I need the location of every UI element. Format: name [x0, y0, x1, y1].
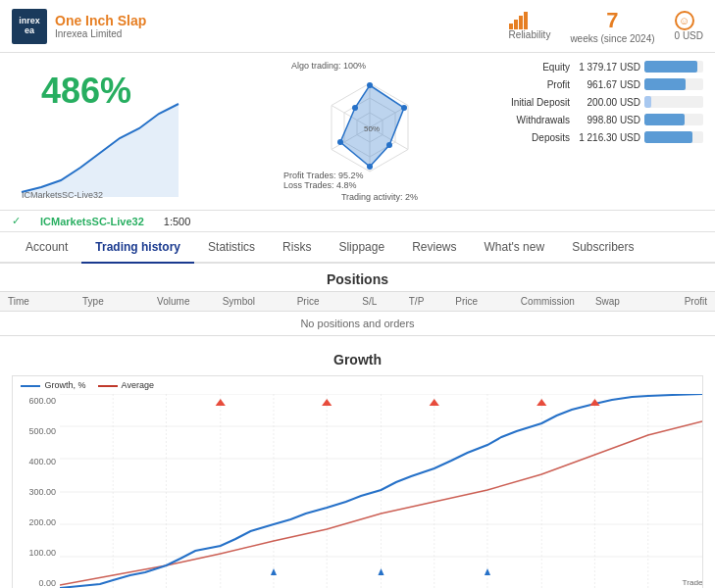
growth-chart-area: Growth, % Average 600.00 500.00 400.00 3…	[12, 375, 703, 588]
reliability-stat: Reliability	[509, 12, 551, 40]
col-type: Type	[82, 296, 157, 307]
svg-marker-0	[22, 104, 179, 197]
svg-point-10	[386, 142, 392, 148]
reliability-icon	[509, 12, 551, 29]
equity-val: 1 379.17 USD	[576, 62, 644, 73]
legend-blue-line	[21, 385, 40, 387]
title-section: One Inch Slap Inrexea Limited	[55, 13, 509, 39]
positions-table-header: Time Type Volume Symbol Price S/L T/P Pr…	[0, 291, 715, 312]
y-200: 200.00	[13, 517, 56, 527]
svg-marker-39	[378, 568, 383, 575]
col-profit: Profit	[651, 296, 707, 307]
trading-activity-label: Trading activity: 2%	[281, 192, 478, 202]
y-500: 500.00	[13, 426, 56, 436]
header-stats: Reliability 7 weeks (since 2024) ☺ 0 USD	[509, 8, 703, 44]
tab-slippage[interactable]: Slippage	[325, 232, 398, 264]
equity-bar-container	[644, 61, 703, 73]
tab-trading-history[interactable]: Trading history	[81, 232, 194, 264]
svg-point-8	[367, 82, 373, 88]
col-price: Price	[297, 296, 363, 307]
deposits-bar-container	[644, 131, 703, 143]
chart-plot-area: Trades	[60, 394, 702, 588]
company-name: One Inch Slap	[55, 13, 509, 28]
deposits-val: 1 216.30 USD	[576, 132, 644, 143]
col-commission: Commission	[521, 296, 595, 307]
svg-marker-33	[216, 399, 226, 406]
check-icon: ✓	[12, 215, 21, 227]
svg-point-9	[401, 105, 407, 111]
account-name: ICMarketsSC-Live32	[40, 216, 144, 227]
initial-val: 200.00 USD	[576, 97, 644, 108]
person-icon: ☺	[675, 11, 694, 30]
initial-bar-container	[644, 96, 703, 108]
usd-stat: ☺ 0 USD	[675, 11, 703, 41]
growth-section: Growth Growth, % Average 600.00 500.00 4…	[0, 336, 715, 588]
profit-val: 961.67 USD	[576, 79, 644, 90]
initial-label: Initial Deposit	[487, 97, 576, 108]
col-volume: Volume	[157, 296, 223, 307]
initial-bar-fill	[644, 96, 651, 108]
svg-point-13	[352, 105, 358, 111]
deposits-bar-fill	[644, 131, 692, 143]
svg-marker-35	[430, 399, 439, 406]
profit-bar-fill	[644, 78, 686, 90]
profit-bar-container	[644, 78, 703, 90]
tab-subscribers[interactable]: Subscribers	[558, 232, 647, 264]
svg-marker-36	[536, 399, 546, 406]
account-leverage: 1:500	[164, 216, 191, 227]
tab-reviews[interactable]: Reviews	[398, 232, 470, 264]
growth-svg: Trades	[60, 394, 702, 588]
col-sl: S/L	[362, 296, 409, 307]
radar-section: Algo trading: 100%	[281, 61, 478, 202]
radar-svg: 50%	[281, 71, 458, 178]
profit-label: Profit	[487, 79, 576, 90]
weeks-stat: 7 weeks (since 2024)	[570, 8, 654, 44]
legend-growth: Growth, %	[21, 380, 86, 390]
svg-marker-40	[485, 568, 490, 575]
profit-row: Profit 961.67 USD	[487, 78, 703, 90]
tab-whats-new[interactable]: What's new	[470, 232, 558, 264]
y-100: 100.00	[13, 548, 56, 558]
deposits-label: Deposits	[487, 132, 576, 143]
tab-statistics[interactable]: Statistics	[194, 232, 269, 264]
col-time: Time	[8, 296, 82, 307]
y-axis: 600.00 500.00 400.00 300.00 200.00 100.0…	[13, 394, 60, 588]
y-600: 600.00	[13, 396, 56, 406]
withdrawals-label: Withdrawals	[487, 115, 576, 125]
withdrawals-row: Withdrawals 998.80 USD	[487, 114, 703, 125]
tab-account[interactable]: Account	[12, 232, 81, 264]
y-400: 400.00	[13, 457, 56, 466]
header: inrexea One Inch Slap Inrexea Limited Re…	[0, 0, 715, 53]
svg-text:Trades: Trades	[683, 578, 702, 587]
deposits-row: Deposits 1 216.30 USD	[487, 131, 703, 143]
tab-risks[interactable]: Risks	[269, 232, 325, 264]
main-content: 486% ICMarketsSC-Live32 Algo trading: 10…	[0, 53, 715, 211]
svg-marker-38	[271, 568, 277, 575]
growth-legend: Growth, % Average	[13, 376, 702, 394]
line-chart-svg	[12, 94, 198, 202]
algo-label: Algo trading: 100%	[291, 61, 478, 71]
positions-title: Positions	[0, 264, 715, 291]
legend-average: Average	[98, 380, 154, 390]
col-price2: Price	[455, 296, 521, 307]
svg-marker-34	[322, 399, 332, 406]
growth-title: Growth	[12, 344, 703, 371]
svg-text:50%: 50%	[364, 124, 380, 133]
y-0: 0.00	[13, 578, 56, 588]
equity-bar-fill	[644, 61, 697, 73]
bars-section: Equity 1 379.17 USD Profit 961.67 USD In…	[487, 61, 703, 202]
col-swap: Swap	[595, 296, 651, 307]
equity-row: Equity 1 379.17 USD	[487, 61, 703, 73]
withdrawals-val: 998.80 USD	[576, 115, 644, 125]
chart-with-axis: 600.00 500.00 400.00 300.00 200.00 100.0…	[13, 394, 702, 588]
logo: inrexea	[12, 9, 47, 44]
positions-section: Positions Time Type Volume Symbol Price …	[0, 264, 715, 336]
tabs-bar: Account Trading history Statistics Risks…	[0, 232, 715, 264]
profit-trades-label: Profit Trades: 95.2%	[283, 171, 478, 180]
company-sub: Inrexea Limited	[55, 28, 509, 39]
account-info: ✓ ICMarketsSC-Live32 1:500	[0, 211, 715, 232]
no-positions-message: No positions and orders	[0, 312, 715, 336]
y-300: 300.00	[13, 487, 56, 497]
loss-trades-label: Loss Trades: 4.8%	[283, 180, 478, 190]
svg-point-12	[337, 139, 343, 145]
